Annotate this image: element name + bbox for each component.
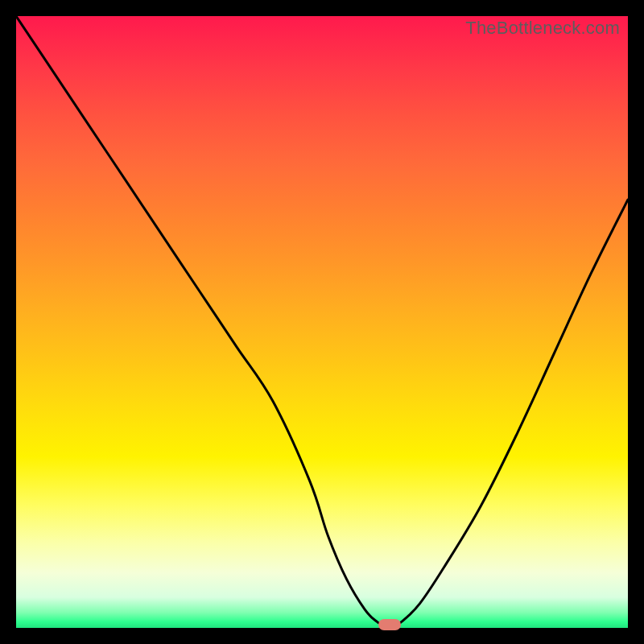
watermark-text: TheBottleneck.com	[465, 18, 620, 39]
curve-path	[16, 16, 628, 628]
min-marker	[378, 619, 401, 630]
chart-plot-area: TheBottleneck.com	[16, 16, 628, 628]
bottleneck-curve	[16, 16, 628, 628]
